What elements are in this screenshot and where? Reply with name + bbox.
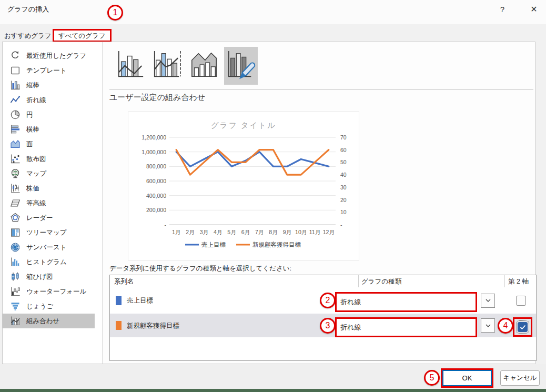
header-series-name: 系列名: [114, 277, 134, 286]
sidebar-item-label: マップ: [26, 169, 46, 178]
radar-chart-icon: [10, 213, 21, 223]
insert-chart-dialog: グラフの挿入 ? ✕ 1 おすすめグラフ すべてのグラフ 最近使用したグラフテン…: [0, 0, 546, 392]
help-icon[interactable]: ?: [493, 2, 511, 17]
bar-chart-icon: [10, 124, 21, 135]
svg-text:-: -: [340, 222, 342, 228]
sidebar-item-label: 散布図: [26, 155, 46, 164]
annotation-step-1: 1: [107, 5, 123, 21]
preview-chart-svg: グラフ タイトル-200,000400,000600,000800,0001,0…: [128, 112, 359, 260]
combo-type-custom-combination[interactable]: [224, 47, 258, 85]
svg-text:3月: 3月: [200, 229, 208, 235]
sidebar-item-bar[interactable]: 横棒: [3, 122, 95, 137]
combo-type-clustered-column-line[interactable]: [114, 47, 147, 85]
tab-all-charts[interactable]: すべてのグラフ: [54, 32, 110, 41]
sidebar-item-label: ヒストグラム: [26, 258, 67, 267]
series-row[interactable]: 売上目標2折れ線: [110, 287, 536, 314]
sidebar-item-pie[interactable]: 円: [3, 107, 95, 122]
sidebar-item-label: 株価: [26, 184, 39, 193]
secondary-axis-checkbox[interactable]: [516, 296, 526, 306]
sidebar-item-stock[interactable]: 株価: [3, 181, 95, 196]
sidebar-item-label: テンプレート: [26, 66, 66, 75]
annotation-box-ok: OK: [441, 368, 493, 388]
sidebar-item-label: 組み合わせ: [26, 317, 59, 326]
combo-type-stacked-area-clustered-column[interactable]: [187, 47, 221, 85]
series-name: 新規顧客獲得目標: [127, 321, 179, 330]
sidebar-item-area[interactable]: 面: [3, 137, 95, 152]
sidebar-item-surface[interactable]: 等高線: [3, 196, 95, 210]
svg-text:9月: 9月: [283, 229, 291, 235]
chart-type-combobox[interactable]: 折れ線: [340, 319, 476, 336]
dialog-footer: 5 OK キャンセル: [0, 364, 546, 389]
sidebar-item-column[interactable]: 縦棒: [3, 78, 95, 93]
header-secondary-axis: 第 2 軸: [508, 277, 529, 286]
column-chart-icon: [10, 80, 21, 91]
sidebar-item-label: じょうご: [26, 302, 53, 311]
sidebar-item-waterfall[interactable]: ウォーターフォール: [3, 284, 95, 299]
svg-text:60: 60: [340, 147, 347, 153]
dialog-title: グラフの挿入: [7, 5, 49, 14]
sidebar-item-label: 等高線: [26, 199, 46, 208]
annotation-step-3: 3: [320, 318, 336, 334]
close-icon[interactable]: ✕: [525, 2, 543, 17]
header-chart-type: グラフの種類: [361, 277, 401, 286]
chevron-down-icon[interactable]: [481, 294, 495, 308]
annotation-step-4: 4: [498, 318, 513, 334]
histogram-chart-icon: [10, 257, 21, 267]
scatter-chart-icon: [10, 154, 21, 164]
svg-text:20: 20: [340, 197, 347, 203]
stacked-area-clustered-column-icon: [189, 49, 219, 82]
sidebar-item-scatter[interactable]: 散布図: [3, 152, 95, 166]
sidebar-item-sunburst[interactable]: サンバースト: [3, 240, 95, 255]
sidebar-item-funnel[interactable]: じょうご: [3, 299, 95, 314]
svg-text:新規顧客獲得目標: 新規顧客獲得目標: [252, 242, 301, 248]
sidebar-item-label: 縦棒: [26, 81, 39, 90]
dialog-titlebar: グラフの挿入 ? ✕: [0, 0, 546, 24]
sidebar-item-treemap[interactable]: ツリーマップ: [3, 225, 95, 240]
chevron-down-icon[interactable]: [481, 318, 495, 333]
annotation-step-2: 2: [320, 293, 336, 308]
series-instruction: データ系列に使用するグラフの種類と軸を選択してください:: [109, 264, 291, 273]
annotation-box-secondary-axis: [513, 317, 532, 337]
combo-type-clustered-column-line-secondary[interactable]: [150, 47, 184, 85]
cancel-button[interactable]: キャンセル: [500, 370, 540, 386]
area-chart-icon: [10, 139, 21, 149]
secondary-axis-checkbox[interactable]: [518, 322, 528, 332]
series-name: 売上目標: [127, 296, 153, 305]
svg-text:8月: 8月: [269, 229, 277, 235]
series-row[interactable]: 新規顧客獲得目標3折れ線4: [110, 314, 536, 337]
sidebar-item-label: 横棒: [26, 125, 39, 134]
sidebar-item-label: 円: [26, 110, 33, 119]
combo-subtype-strip: [109, 47, 533, 90]
sidebar-item-histogram[interactable]: ヒストグラム: [3, 255, 95, 269]
svg-text:50: 50: [340, 159, 347, 165]
chart-type-combobox[interactable]: 折れ線: [340, 294, 476, 310]
line-chart-icon: [10, 95, 21, 105]
sidebar-item-radar[interactable]: レーダー: [3, 210, 95, 225]
series-color-swatch: [116, 296, 122, 305]
ok-button[interactable]: OK: [442, 370, 492, 386]
svg-text:70: 70: [340, 134, 347, 140]
sidebar-item-combo[interactable]: 組み合わせ: [3, 314, 95, 328]
funnel-chart-icon: [10, 301, 21, 311]
sidebar-item-map[interactable]: マップ: [3, 166, 95, 181]
sidebar-item-label: 折れ線: [26, 96, 46, 105]
svg-text:5月: 5月: [227, 229, 236, 235]
sunburst-chart-icon: [10, 242, 21, 253]
custom-combination-icon: [226, 49, 256, 82]
tab-recommended-charts[interactable]: おすすめグラフ: [4, 31, 52, 42]
sidebar-item-label: 面: [26, 140, 33, 149]
pie-chart-icon: [10, 109, 21, 120]
sidebar-item-template[interactable]: テンプレート: [3, 63, 95, 78]
sidebar-item-boxwhisker[interactable]: 箱ひげ図: [3, 269, 95, 284]
svg-text:800,000: 800,000: [146, 163, 166, 169]
svg-text:40: 40: [340, 172, 347, 178]
svg-text:11月: 11月: [309, 229, 320, 235]
svg-text:-: -: [165, 222, 167, 228]
svg-text:400,000: 400,000: [146, 193, 166, 199]
sidebar-item-recent[interactable]: 最近使用したグラフ: [3, 48, 95, 63]
svg-text:2月: 2月: [186, 229, 194, 235]
sidebar-item-line[interactable]: 折れ線: [3, 93, 95, 107]
annotation-box-all-charts-tab: すべてのグラフ: [53, 29, 112, 42]
header-divider: [358, 275, 359, 287]
svg-text:12月: 12月: [323, 229, 335, 235]
